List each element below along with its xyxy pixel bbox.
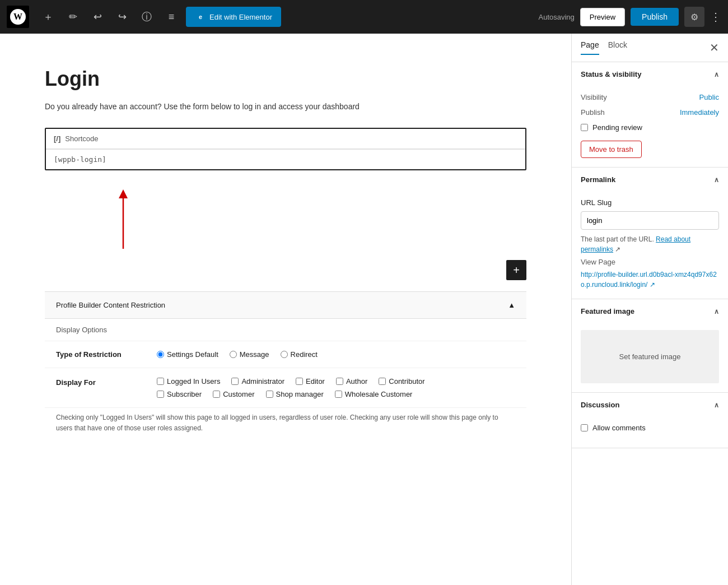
- cb-subscriber-label: Subscriber: [167, 390, 202, 398]
- shortcode-label: Shortcode: [65, 134, 98, 143]
- publish-row: Publish Immediately: [581, 108, 719, 117]
- settings-button[interactable]: ⚙: [684, 7, 704, 27]
- cb-administrator[interactable]: Administrator: [231, 377, 284, 386]
- cb-logged-in[interactable]: Logged In Users: [157, 377, 220, 386]
- redo-icon: ↪: [118, 11, 127, 23]
- discussion-title: Discussion: [581, 401, 619, 409]
- cb-wholesale-customer-label: Wholesale Customer: [345, 390, 413, 398]
- cb-author[interactable]: Author: [336, 377, 367, 386]
- checkbox-group-row1: Logged In Users Administrator Editor: [157, 377, 515, 386]
- permalink-content: URL Slug The last part of the URL. Read …: [572, 192, 728, 299]
- discussion-section: Discussion Allow comments: [572, 393, 728, 448]
- status-visibility-header[interactable]: Status & visibility: [572, 62, 728, 86]
- cb-customer-input[interactable]: [213, 391, 220, 398]
- shortcode-icon: [/]: [54, 134, 60, 143]
- info-button[interactable]: ⓘ: [137, 7, 157, 27]
- add-block-button[interactable]: ＋: [38, 7, 58, 27]
- publish-button[interactable]: Publish: [631, 8, 679, 26]
- plus-icon-float: +: [513, 264, 520, 276]
- permalink-section: Permalink URL Slug The last part of the …: [572, 168, 728, 299]
- url-slug-input[interactable]: [581, 211, 719, 230]
- display-options-row: Display Options: [45, 319, 526, 341]
- display-options-label: Display Options: [56, 326, 107, 334]
- radio-message[interactable]: Message: [230, 350, 269, 359]
- allow-comments-checkbox[interactable]: [581, 424, 588, 431]
- shortcode-content: [wppb-login]: [46, 149, 525, 169]
- display-for-row: Display For Logged In Users Administrato…: [45, 368, 526, 408]
- tab-block[interactable]: Block: [608, 40, 627, 55]
- cb-contributor[interactable]: Contributor: [379, 377, 424, 386]
- collapse-icon: ▲: [508, 301, 515, 309]
- preview-button[interactable]: Preview: [580, 8, 625, 26]
- cb-wholesale-customer[interactable]: Wholesale Customer: [335, 390, 413, 398]
- featured-image-section: Featured image Set featured image: [572, 299, 728, 393]
- permalink-title: Permalink: [581, 175, 615, 184]
- cb-author-input[interactable]: [336, 378, 343, 385]
- visibility-label: Visibility: [581, 93, 607, 101]
- status-visibility-chevron: [714, 70, 719, 78]
- set-featured-image-button[interactable]: Set featured image: [581, 330, 719, 383]
- cb-wholesale-customer-input[interactable]: [335, 391, 342, 398]
- type-label: Type of Restriction: [56, 350, 146, 359]
- publish-value[interactable]: Immediately: [680, 108, 719, 117]
- undo-button[interactable]: ↩: [87, 7, 108, 27]
- featured-image-content: Set featured image: [572, 323, 728, 392]
- cb-subscriber-input[interactable]: [157, 391, 164, 398]
- wp-logo-icon: W: [10, 9, 26, 25]
- elementor-icon: e: [195, 11, 206, 22]
- display-for-label: Display For: [56, 377, 146, 387]
- radio-settings-default[interactable]: Settings Default: [157, 350, 218, 359]
- visibility-value[interactable]: Public: [699, 93, 719, 101]
- move-to-trash-button[interactable]: Move to trash: [581, 141, 642, 158]
- radio-message-input[interactable]: [230, 351, 237, 358]
- add-block-float-button[interactable]: +: [506, 260, 526, 280]
- type-radio-group: Settings Default Message Redirect: [157, 350, 318, 359]
- list-view-button[interactable]: ≡: [161, 7, 181, 27]
- edit-mode-button[interactable]: ✏: [63, 7, 83, 27]
- discussion-header[interactable]: Discussion: [572, 393, 728, 417]
- visibility-row: Visibility Public: [581, 93, 719, 101]
- tab-page[interactable]: Page: [581, 40, 599, 55]
- pending-review-checkbox[interactable]: [581, 124, 588, 131]
- content-restriction-section: Profile Builder Content Restriction ▲ Di…: [45, 291, 526, 443]
- permalink-header[interactable]: Permalink: [572, 168, 728, 192]
- more-options-button[interactable]: ⋮: [710, 10, 721, 24]
- radio-redirect-input[interactable]: [281, 351, 288, 358]
- featured-image-header[interactable]: Featured image: [572, 299, 728, 323]
- shortcode-block[interactable]: [/] Shortcode [wppb-login]: [45, 128, 526, 170]
- sidebar-header: Page Block ✕: [572, 34, 728, 62]
- cb-logged-in-label: Logged In Users: [167, 377, 220, 386]
- cb-contributor-input[interactable]: [379, 378, 386, 385]
- restriction-header[interactable]: Profile Builder Content Restriction ▲: [45, 292, 526, 319]
- pending-review-row: Pending review: [581, 123, 719, 132]
- radio-settings-default-input[interactable]: [157, 351, 164, 358]
- cb-shop-manager-label: Shop manager: [276, 390, 324, 398]
- cb-administrator-label: Administrator: [241, 377, 284, 386]
- cb-editor[interactable]: Editor: [296, 377, 325, 386]
- helper-text-span: The last part of the URL.: [581, 235, 654, 243]
- permalink-chevron: [714, 175, 719, 184]
- cb-customer[interactable]: Customer: [213, 390, 254, 398]
- radio-redirect[interactable]: Redirect: [281, 350, 318, 359]
- cb-editor-input[interactable]: [296, 378, 303, 385]
- display-for-inner: Display For Logged In Users Administrato…: [56, 377, 515, 398]
- cb-administrator-input[interactable]: [231, 378, 239, 385]
- cb-customer-label: Customer: [223, 390, 254, 398]
- cb-logged-in-input[interactable]: [157, 378, 164, 385]
- gear-icon: ⚙: [690, 12, 698, 22]
- display-for-checkboxes: Logged In Users Administrator Editor: [157, 377, 515, 398]
- status-visibility-section: Status & visibility Visibility Public Pu…: [572, 62, 728, 168]
- cb-shop-manager[interactable]: Shop manager: [266, 390, 324, 398]
- discussion-chevron: [714, 401, 719, 409]
- page-url-link[interactable]: http://profile-builder.url.d0b9acl-xmz4q…: [581, 270, 719, 290]
- cb-subscriber[interactable]: Subscriber: [157, 390, 202, 398]
- sidebar-close-button[interactable]: ✕: [710, 41, 719, 54]
- redo-button[interactable]: ↪: [112, 7, 132, 27]
- cb-editor-label: Editor: [306, 377, 325, 386]
- radio-message-label: Message: [240, 350, 269, 359]
- status-visibility-title: Status & visibility: [581, 70, 641, 78]
- discussion-content: Allow comments: [572, 417, 728, 448]
- edit-with-elementor-button[interactable]: e Edit with Elementor: [186, 7, 281, 27]
- wp-logo[interactable]: W: [7, 6, 29, 28]
- cb-shop-manager-input[interactable]: [266, 391, 273, 398]
